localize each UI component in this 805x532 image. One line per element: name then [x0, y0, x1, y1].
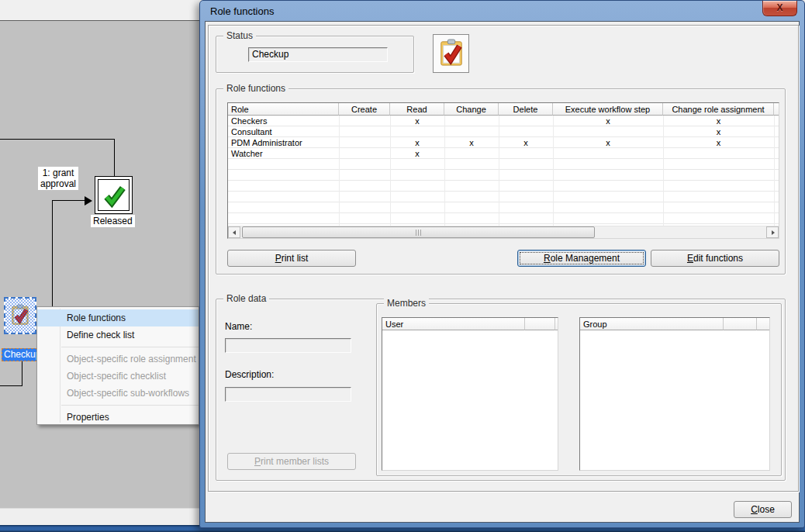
roles-table: Role Create Read Change Delete Execute w… [227, 102, 779, 239]
cell-create [339, 148, 390, 159]
table-row[interactable]: Checkers x x x [228, 116, 779, 126]
role-functions-dialog: Role functions X Status Checkup Role f [199, 0, 805, 528]
cell-create [339, 137, 390, 148]
clipboard-check-icon [438, 38, 465, 70]
scrollbar-thumb[interactable] [242, 226, 595, 238]
column-header-change-role-assignment[interactable]: Change role assignment [663, 103, 774, 116]
menu-separator [61, 405, 199, 406]
name-field[interactable] [225, 338, 351, 353]
cell-delete: x [499, 137, 553, 148]
horizontal-scrollbar [228, 226, 779, 238]
table-row[interactable]: PDM Administrator x x x x x [228, 137, 779, 148]
close-button[interactable]: Close [734, 501, 792, 518]
cell-change-role: x [663, 137, 774, 148]
menu-item-object-specific-checklist: Object-specific checklist [37, 368, 199, 385]
cell-role: Consultant [228, 126, 339, 137]
column-header-role[interactable]: Role [228, 103, 339, 116]
context-menu: Role functions Define check list Object-… [36, 306, 199, 425]
green-check-icon [98, 179, 130, 211]
workflow-connector-line [0, 385, 22, 386]
role-data-group-label: Role data [223, 293, 269, 304]
cell-role: Watcher [228, 148, 339, 159]
column-header-change[interactable]: Change [444, 103, 499, 116]
name-label: Name: [225, 321, 252, 332]
column-header-blank[interactable] [525, 318, 555, 330]
table-row[interactable]: Watcher x [228, 148, 779, 159]
transition-label: 1: grant approval [38, 167, 78, 190]
cell-execute [553, 126, 663, 137]
members-group-label: Members [384, 298, 429, 309]
column-header-filler [774, 103, 779, 116]
cell-change-role: x [663, 116, 774, 126]
cell-read [390, 126, 444, 137]
workflow-connector-line [114, 139, 115, 178]
table-row[interactable]: Consultant x [228, 126, 779, 137]
cell-read: x [390, 148, 444, 159]
column-header-filler [757, 318, 769, 330]
cell-delete [499, 148, 553, 159]
cell-execute [553, 148, 663, 159]
workflow-connector-line [52, 200, 86, 201]
selection-overlay [5, 299, 35, 333]
cell-create [339, 116, 390, 126]
released-node-label: Released [91, 215, 135, 227]
menu-separator [61, 347, 199, 347]
column-header-user[interactable]: User [382, 318, 525, 330]
column-header-read[interactable]: Read [390, 103, 444, 116]
workflow-node-released[interactable] [95, 176, 133, 214]
description-field[interactable] [225, 387, 351, 402]
cell-create [339, 126, 390, 137]
scroll-left-arrow-icon[interactable] [228, 226, 240, 238]
cell-change-role [663, 148, 774, 159]
menu-item-role-functions[interactable]: Role functions [37, 309, 199, 326]
column-header-blank[interactable] [724, 318, 757, 330]
status-field[interactable]: Checkup [248, 47, 388, 62]
menu-item-properties[interactable]: Properties [37, 409, 199, 426]
workflow-connector-line [52, 200, 53, 306]
roles-table-body: Checkers x x x Consultant x [228, 116, 779, 226]
menu-item-define-check-list[interactable]: Define check list [37, 326, 199, 344]
dialog-content: Status Checkup Role functions Role [205, 21, 800, 523]
cell-change [444, 116, 499, 126]
column-header-group[interactable]: Group [580, 318, 724, 330]
cell-role: PDM Administrator [228, 137, 339, 148]
cell-delete [499, 126, 553, 137]
workflow-connector-line [0, 139, 115, 140]
menu-item-object-specific-sub-workflows: Object-specific sub-workflows [37, 385, 199, 402]
cell-change: x [444, 137, 499, 148]
print-member-lists-button: Print member lists [227, 453, 356, 470]
cell-execute: x [553, 137, 663, 148]
status-icon-box [433, 34, 469, 73]
status-group-label: Status [223, 30, 256, 41]
column-header-create[interactable]: Create [339, 103, 390, 116]
description-label: Description: [225, 369, 274, 380]
cell-execute: x [553, 116, 663, 126]
role-functions-group-label: Role functions [223, 83, 288, 94]
dialog-title: Role functions [210, 5, 274, 17]
checkup-node-label: Checkup [2, 348, 37, 361]
user-list[interactable]: User [382, 317, 558, 471]
user-list-header: User [382, 318, 558, 330]
group-list-header: Group [580, 318, 769, 330]
edit-functions-button[interactable]: Edit functions [651, 250, 779, 267]
cell-change [444, 126, 499, 137]
workflow-node-checkup-selected[interactable] [4, 297, 36, 334]
role-management-button[interactable]: Role Management [517, 250, 646, 267]
print-list-button[interactable]: Print list [227, 250, 356, 267]
column-header-filler [555, 318, 558, 330]
column-header-execute-workflow-step[interactable]: Execute workflow step [553, 103, 663, 116]
column-header-delete[interactable]: Delete [499, 103, 553, 116]
close-icon[interactable]: X [762, 1, 797, 16]
workflow-arrowhead [85, 196, 92, 206]
cell-delete [499, 116, 553, 126]
menu-item-object-specific-role-assignment: Object-specific role assignment [37, 351, 199, 368]
cell-read: x [390, 116, 444, 126]
cell-read: x [390, 137, 444, 148]
scroll-right-arrow-icon[interactable] [766, 226, 779, 238]
group-list[interactable]: Group [579, 317, 770, 471]
cell-role: Checkers [228, 116, 339, 126]
roles-table-header: Role Create Read Change Delete Execute w… [228, 103, 779, 116]
scrollbar-track[interactable] [240, 226, 766, 238]
workflow-connector-line [22, 360, 22, 386]
dialog-titlebar[interactable]: Role functions X [200, 1, 804, 21]
